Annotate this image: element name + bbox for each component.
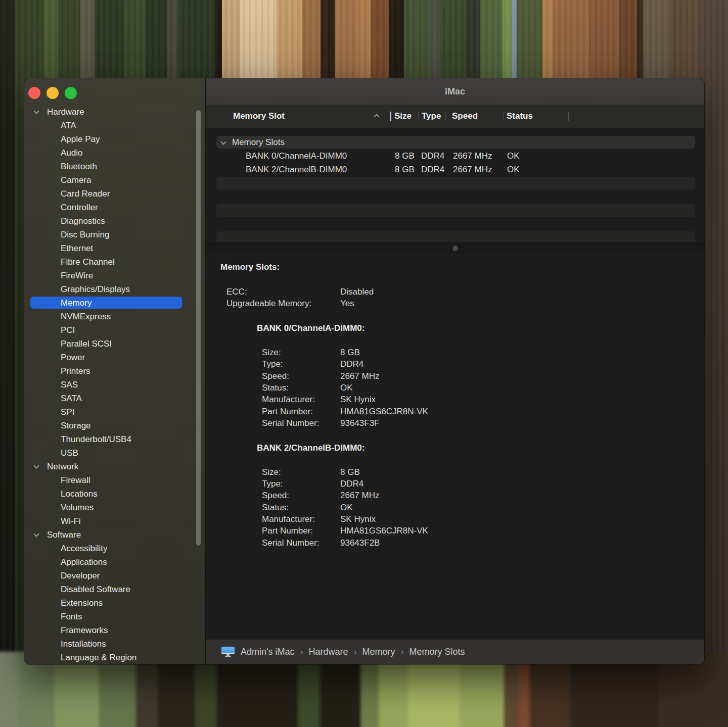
sidebar-item-label: Parallel SCSI (24, 339, 112, 349)
sidebar-item-pci[interactable]: PCI (24, 323, 205, 337)
sidebar-item-extensions[interactable]: Extensions (24, 596, 205, 610)
sidebar-item-applications[interactable]: Applications (24, 555, 205, 569)
sidebar-item-label: Frameworks (24, 625, 108, 636)
sidebar-item-controller[interactable]: Controller (24, 201, 205, 214)
detail-field-label: Type: (262, 478, 340, 490)
sidebar-item-usb[interactable]: USB (24, 446, 205, 460)
column-header-size[interactable]: Size (394, 105, 412, 127)
sidebar-item-label: Installations (24, 639, 106, 649)
sidebar-item-frameworks[interactable]: Frameworks (24, 623, 205, 637)
cell-memory-slot: BANK 2/ChannelB-DIMM0 (246, 163, 347, 176)
column-header-status[interactable]: Status (507, 105, 533, 127)
column-header-memory-slot[interactable]: Memory Slot (233, 105, 285, 127)
sidebar-item-sata[interactable]: SATA (24, 392, 205, 405)
sidebar-item-memory[interactable]: Memory (24, 296, 205, 310)
detail-field-value: OK (340, 502, 353, 513)
sidebar-item-label: Locations (24, 489, 98, 499)
sidebar-item-label: NVMExpress (24, 312, 111, 322)
sidebar-item-thunderbolt-usb4[interactable]: Thunderbolt/USB4 (24, 432, 205, 446)
table-row[interactable]: BANK 0/ChannelA-DIMM0 8 GB DDR4 2667 MHz… (206, 149, 704, 163)
sidebar-item-label: Fonts (24, 612, 82, 622)
detail-field-value: SK Hynix (340, 513, 376, 525)
sidebar-item-ethernet[interactable]: Ethernet (24, 241, 205, 255)
detail-field-value: 2667 MHz (340, 490, 379, 501)
zoom-button[interactable] (65, 87, 77, 99)
sidebar-item-label: Printers (24, 366, 90, 376)
sidebar-group-network[interactable]: Network (24, 460, 205, 473)
sidebar-item-nvmexpress[interactable]: NVMExpress (24, 310, 205, 323)
sidebar-group-hardware[interactable]: Hardware (24, 105, 205, 119)
sidebar-item-power[interactable]: Power (24, 351, 205, 364)
sidebar-item-disc-burning[interactable]: Disc Burning (24, 228, 205, 241)
sidebar-item-label: Disabled Software (24, 585, 130, 595)
sidebar-item-apple-pay[interactable]: Apple Pay (24, 132, 205, 146)
table-group-row[interactable]: Memory Slots (206, 135, 704, 149)
sidebar-item-volumes[interactable]: Volumes (24, 501, 205, 514)
sidebar-item-wi-fi[interactable]: Wi-Fi (24, 514, 205, 528)
column-resize-handle[interactable] (418, 112, 419, 121)
sidebar-item-label: Diagnostics (24, 216, 105, 226)
detail-field-value: 8 GB (340, 466, 360, 478)
sidebar-item-label: Controller (24, 203, 98, 213)
column-header-type[interactable]: Type (422, 105, 441, 127)
sidebar-item-audio[interactable]: Audio (24, 146, 205, 160)
detail-field-value: HMA81GS6CJR8N-VK (340, 525, 428, 537)
detail-field-value: SK Hynix (340, 394, 376, 405)
sidebar-item-fonts[interactable]: Fonts (24, 610, 205, 623)
sidebar-item-printers[interactable]: Printers (24, 364, 205, 378)
sidebar-item-label: Extensions (24, 598, 103, 608)
sidebar-item-camera[interactable]: Camera (24, 173, 205, 187)
column-resize-handle[interactable] (504, 112, 504, 121)
sidebar-item-locations[interactable]: Locations (24, 487, 205, 501)
column-resize-handle[interactable] (386, 112, 386, 121)
column-resize-handle[interactable] (568, 112, 569, 121)
table-empty-row[interactable] (206, 204, 704, 217)
imac-display-icon (221, 647, 235, 657)
column-resize-handle[interactable] (445, 112, 446, 121)
sidebar-item-disabled-software[interactable]: Disabled Software (24, 583, 205, 596)
sidebar-item-label: PCI (24, 325, 75, 335)
sidebar-item-installations[interactable]: Installations (24, 637, 205, 651)
sidebar-item-language-region[interactable]: Language & Region (24, 651, 205, 664)
detail-field-value: DDR4 (340, 358, 363, 370)
cell-status: OK (507, 163, 520, 176)
table-row[interactable]: BANK 2/ChannelB-DIMM0 8 GB DDR4 2667 MHz… (206, 163, 704, 176)
sidebar-group-software[interactable]: Software (24, 528, 205, 542)
detail-field-value: Disabled (340, 286, 374, 298)
sidebar-item-parallel-scsi[interactable]: Parallel SCSI (24, 337, 205, 351)
pane-splitter[interactable] (206, 243, 704, 254)
table-empty-row[interactable] (206, 217, 704, 231)
detail-field: Type: DDR4 (262, 478, 704, 490)
sidebar-item-firewire[interactable]: FireWire (24, 269, 205, 282)
minimize-button[interactable] (47, 87, 59, 99)
memory-slot-table: Memory Slots BANK 0/ChannelA-DIMM0 8 GB … (206, 127, 704, 243)
sidebar-item-storage[interactable]: Storage (24, 419, 205, 432)
sidebar-item-label: USB (24, 448, 78, 458)
sidebar-item-bluetooth[interactable]: Bluetooth (24, 160, 205, 173)
close-button[interactable] (28, 87, 40, 99)
sidebar-item-spi[interactable]: SPI (24, 405, 205, 419)
detail-field-label: Speed: (262, 490, 340, 501)
column-header-speed[interactable]: Speed (452, 105, 478, 127)
sidebar-item-ata[interactable]: ATA (24, 119, 205, 132)
bank-fields: Size: 8 GB Type: DDR4 Speed: 2667 MHz St… (220, 466, 704, 549)
sidebar-scrollbar[interactable] (196, 110, 201, 546)
sidebar-item-sas[interactable]: SAS (24, 378, 205, 392)
sidebar-item-graphics-displays[interactable]: Graphics/Displays (24, 282, 205, 296)
table-empty-row[interactable] (206, 176, 704, 190)
breadcrumb-separator: › (354, 647, 357, 657)
bank-title: BANK 0/ChannelA-DIMM0: (220, 322, 704, 334)
sidebar-item-developer[interactable]: Developer (24, 569, 205, 583)
sidebar-item-card-reader[interactable]: Card Reader (24, 187, 205, 201)
titlebar[interactable]: iMac (206, 78, 704, 105)
sidebar-item-label: Card Reader (24, 189, 110, 199)
sidebar-item-firewall[interactable]: Firewall (24, 473, 205, 487)
sidebar-item-diagnostics[interactable]: Diagnostics (24, 214, 205, 228)
sidebar-item-accessibility[interactable]: Accessibility (24, 542, 205, 555)
sidebar-item-fibre-channel[interactable]: Fibre Channel (24, 255, 205, 269)
table-empty-row[interactable] (206, 231, 704, 243)
table-empty-row[interactable] (206, 190, 704, 204)
sidebar-item-label: Apple Pay (24, 134, 100, 144)
detail-field-value: 93643F2B (340, 537, 380, 549)
breadcrumb-item-hardware: Hardware (308, 647, 348, 657)
